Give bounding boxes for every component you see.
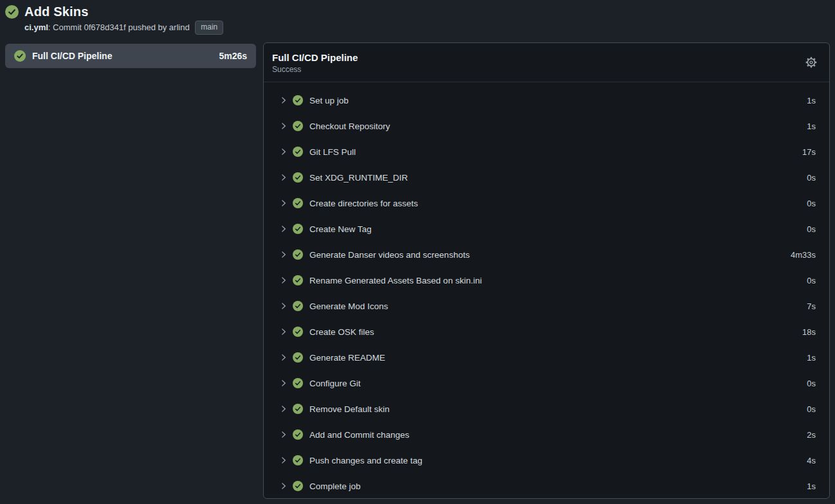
- step-list: Set up job 1s Checkout Repository 1s: [264, 82, 829, 498]
- step-success-check-circle-icon: [293, 172, 303, 183]
- chevron-right-icon[interactable]: [279, 404, 288, 413]
- branch-badge[interactable]: main: [195, 21, 223, 35]
- step-duration: 7s: [807, 302, 816, 311]
- success-check-circle-icon: [5, 5, 19, 21]
- chevron-right-icon[interactable]: [279, 276, 288, 285]
- step-success-check-circle-icon: [293, 249, 303, 260]
- step-name: Push changes and create tag: [309, 456, 802, 465]
- step-success-check-circle-icon: [293, 481, 303, 491]
- step-duration: 18s: [802, 327, 816, 337]
- step-success-check-circle-icon: [293, 378, 303, 388]
- workflow-file-name: ci.yml: [24, 22, 48, 32]
- step-duration: 0s: [807, 199, 816, 208]
- step-name: Generate Mod Icons: [309, 302, 802, 311]
- chevron-right-icon[interactable]: [279, 173, 288, 182]
- chevron-right-icon[interactable]: [279, 147, 288, 156]
- step-success-check-circle-icon: [293, 455, 303, 465]
- step-row[interactable]: Generate README 1s: [264, 345, 829, 370]
- step-name: Create OSK files: [309, 327, 798, 337]
- commit-author: arlind: [169, 22, 190, 32]
- step-row[interactable]: Create directories for assets 0s: [264, 190, 829, 216]
- chevron-right-icon[interactable]: [279, 250, 288, 259]
- step-name: Generate Danser videos and screenshots: [309, 250, 786, 260]
- step-name: Complete job: [309, 482, 802, 491]
- step-row[interactable]: Generate Danser videos and screenshots 4…: [264, 242, 829, 267]
- step-row[interactable]: Set XDG_RUNTIME_DIR 0s: [264, 165, 829, 190]
- chevron-right-icon[interactable]: [279, 482, 288, 491]
- step-row[interactable]: Create New Tag 0s: [264, 216, 829, 242]
- step-duration: 0s: [807, 173, 816, 183]
- job-status-text: Success: [272, 65, 819, 75]
- step-success-check-circle-icon: [293, 429, 303, 440]
- commit-word: Commit: [53, 22, 82, 32]
- step-success-check-circle-icon: [293, 275, 303, 285]
- job-duration: 5m26s: [219, 51, 247, 61]
- pushed-by-text: pushed by: [128, 22, 167, 32]
- chevron-right-icon[interactable]: [279, 96, 288, 105]
- job-success-check-circle-icon: [14, 50, 26, 62]
- step-name: Add and Commit changes: [309, 430, 802, 440]
- step-duration: 2s: [807, 430, 816, 440]
- step-success-check-circle-icon: [293, 147, 303, 157]
- chevron-right-icon[interactable]: [279, 302, 288, 310]
- job-panel-header: Full CI/CD Pipeline Success: [264, 43, 829, 82]
- chevron-right-icon[interactable]: [279, 122, 288, 130]
- step-duration: 1s: [807, 353, 816, 363]
- step-name: Git LFS Pull: [309, 147, 798, 157]
- run-content: Full CI/CD Pipeline 5m26s Full CI/CD Pip…: [0, 42, 835, 499]
- chevron-right-icon[interactable]: [279, 327, 288, 336]
- run-header: Add Skins ci.yml: Commit 0f678d341f push…: [0, 0, 835, 35]
- step-duration: 0s: [807, 379, 816, 388]
- step-row[interactable]: Rename Generated Assets Based on skin.in…: [264, 267, 829, 293]
- step-duration: 4s: [807, 456, 816, 465]
- chevron-right-icon[interactable]: [279, 224, 288, 233]
- step-success-check-circle-icon: [293, 95, 303, 105]
- step-name: Create New Tag: [309, 224, 802, 234]
- step-row[interactable]: Create OSK files 18s: [264, 319, 829, 345]
- step-row[interactable]: Set up job 1s: [264, 87, 829, 113]
- step-row[interactable]: Checkout Repository 1s: [264, 113, 829, 139]
- step-success-check-circle-icon: [293, 224, 303, 234]
- job-name: Full CI/CD Pipeline: [32, 51, 212, 61]
- chevron-right-icon[interactable]: [279, 353, 288, 362]
- step-duration: 1s: [807, 482, 816, 491]
- run-title: Add Skins: [24, 4, 223, 19]
- step-name: Configure Git: [309, 379, 802, 388]
- step-row[interactable]: Generate Mod Icons 7s: [264, 293, 829, 319]
- step-duration: 1s: [807, 96, 816, 105]
- step-duration: 0s: [807, 276, 816, 285]
- job-settings-button[interactable]: [803, 55, 819, 70]
- chevron-right-icon[interactable]: [279, 379, 288, 388]
- run-header-text: Add Skins ci.yml: Commit 0f678d341f push…: [24, 4, 223, 35]
- step-name: Generate README: [309, 353, 802, 363]
- step-name: Set XDG_RUNTIME_DIR: [309, 173, 802, 183]
- chevron-right-icon[interactable]: [279, 430, 288, 439]
- commit-meta-line: ci.yml: Commit 0f678d341f pushed by arli…: [24, 21, 223, 35]
- step-success-check-circle-icon: [293, 327, 303, 337]
- meta-colon: :: [48, 22, 51, 32]
- step-name: Checkout Repository: [309, 122, 802, 131]
- step-row[interactable]: Complete job 1s: [264, 473, 829, 498]
- job-panel-title: Full CI/CD Pipeline: [272, 51, 819, 64]
- sidebar-job-full-ci-cd-pipeline[interactable]: Full CI/CD Pipeline 5m26s: [5, 44, 256, 68]
- gear-icon: [805, 61, 818, 71]
- step-row[interactable]: Add and Commit changes 2s: [264, 422, 829, 447]
- step-duration: 4m33s: [791, 250, 816, 260]
- step-name: Create directories for assets: [309, 199, 802, 208]
- job-detail-panel: Full CI/CD Pipeline Success: [263, 42, 830, 499]
- jobs-sidebar: Full CI/CD Pipeline 5m26s: [5, 42, 256, 68]
- step-success-check-circle-icon: [293, 404, 303, 414]
- step-name: Rename Generated Assets Based on skin.in…: [309, 276, 802, 285]
- step-name: Set up job: [309, 96, 802, 105]
- step-success-check-circle-icon: [293, 301, 303, 311]
- step-success-check-circle-icon: [293, 198, 303, 208]
- chevron-right-icon[interactable]: [279, 456, 288, 465]
- step-row[interactable]: Remove Default skin 0s: [264, 396, 829, 422]
- commit-sha-link[interactable]: 0f678d341f: [84, 22, 126, 32]
- step-success-check-circle-icon: [293, 121, 303, 131]
- step-row[interactable]: Git LFS Pull 17s: [264, 139, 829, 165]
- chevron-right-icon[interactable]: [279, 199, 288, 208]
- step-row[interactable]: Push changes and create tag 4s: [264, 447, 829, 473]
- step-success-check-circle-icon: [293, 352, 303, 363]
- step-row[interactable]: Configure Git 0s: [264, 370, 829, 396]
